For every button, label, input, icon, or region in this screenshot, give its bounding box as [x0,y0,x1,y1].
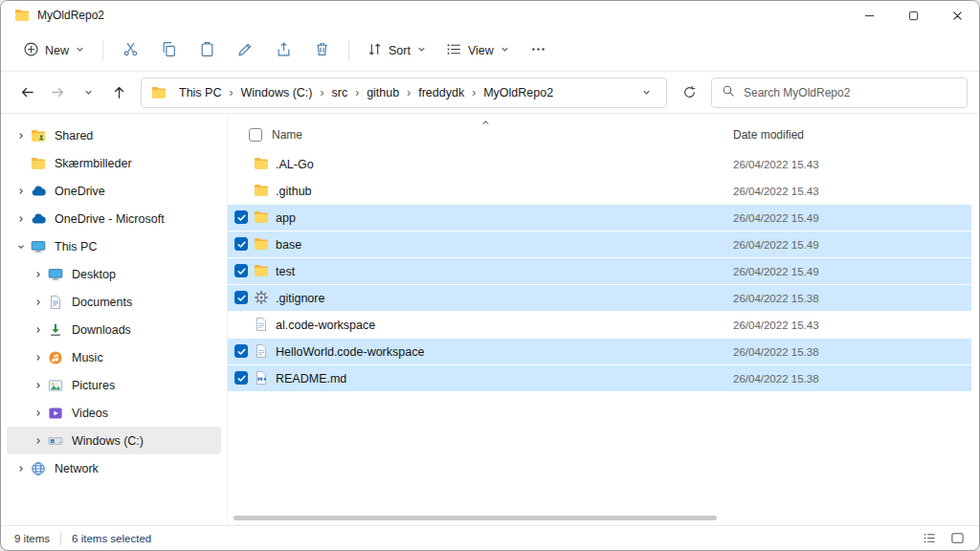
breadcrumb-separator: › [352,86,362,99]
sort-icon [367,41,383,60]
sidebar-item-onedrive[interactable]: OneDrive [7,177,221,205]
search-input[interactable] [742,85,957,100]
row-checkbox[interactable] [234,291,248,304]
documents-icon [46,295,65,310]
share-button[interactable] [265,34,301,67]
sidebar-item-this-pc[interactable]: This PC [7,232,221,260]
sidebar-item-onedrive-microsoft[interactable]: OneDrive - Microsoft [7,205,221,232]
forward-button[interactable] [43,78,72,107]
sort-button[interactable]: Sort [358,34,435,67]
horizontal-scrollbar[interactable] [234,516,717,520]
thumbnails-view-button[interactable] [948,530,966,547]
sidebar-item-shared[interactable]: Shared [7,121,221,149]
cut-button[interactable] [112,34,148,67]
table-row[interactable]: al.code-workspace26/04/2022 15.43 [228,312,971,338]
name-column-header[interactable]: Name [272,128,302,142]
pc-icon [29,239,48,254]
breadcrumb-segment[interactable]: src [326,83,352,102]
table-row[interactable]: .AL-Go26/04/2022 15.43 [228,151,971,177]
minimize-button[interactable] [847,1,891,30]
sort-ascending-icon [480,118,491,131]
row-checkbox[interactable] [234,264,248,277]
table-row[interactable]: .github26/04/2022 15.43 [228,178,971,204]
delete-button[interactable] [303,34,340,67]
table-row[interactable]: HelloWorld.code-workspace26/04/2022 15.3… [228,339,971,364]
window-body: SharedSkærmbillederOneDriveOneDrive - Mi… [1,114,979,525]
chevron-right-icon[interactable] [12,214,29,224]
breadcrumb-segment[interactable]: This PC [174,83,226,102]
rename-button[interactable] [227,34,263,67]
view-label: View [468,44,494,57]
breadcrumb-segment[interactable]: Windows (C:) [235,83,317,102]
chevron-right-icon[interactable] [30,325,46,335]
table-row[interactable]: base26/04/2022 15.49 [228,231,971,257]
folder-icon [254,209,271,225]
folder-shared-icon [29,128,48,143]
refresh-button[interactable] [675,78,703,107]
downloads-icon [46,322,65,338]
chevron-right-icon[interactable] [30,381,46,390]
chevron-down-icon [500,44,510,57]
sidebar-item-documents[interactable]: Documents [7,288,221,316]
chevron-right-icon[interactable] [30,353,46,363]
row-checkbox[interactable] [234,344,248,358]
sidebar-item-windows-c[interactable]: Windows (C:) [7,427,221,454]
address-bar[interactable]: This PC›Windows (C:)›src›github›freddydk… [141,77,667,108]
sidebar-item-sk-rmbilleder[interactable]: Skærmbilleder [7,149,221,177]
chevron-down-icon[interactable] [12,242,29,252]
sidebar-item-downloads[interactable]: Downloads [7,316,221,343]
chevron-right-icon[interactable] [30,408,46,418]
toolbar-divider [348,40,349,61]
rename-icon [237,41,254,60]
file-list: .AL-Go26/04/2022 15.43.github26/04/2022 … [228,151,979,391]
maximize-button[interactable] [891,1,935,30]
chevron-right-icon[interactable] [12,464,29,474]
back-button[interactable] [12,78,41,107]
selected-count: 6 items selected [72,533,151,544]
table-row[interactable]: .gitignore26/04/2022 15.38 [228,285,971,311]
videos-icon [46,406,65,421]
paste-button[interactable] [189,34,225,67]
breadcrumb-segment[interactable]: MyOldRepo2 [479,83,558,102]
history-dropdown-button[interactable] [74,78,102,107]
breadcrumb-segment[interactable]: freddydk [413,83,469,102]
new-label: New [45,44,69,57]
share-icon [276,41,292,60]
explorer-window: MyOldRepo2 New Sort View [0,0,980,551]
sidebar-item-videos[interactable]: Videos [7,399,221,427]
row-checkbox[interactable] [234,371,248,385]
row-checkbox[interactable] [234,237,248,251]
sidebar: SharedSkærmbillederOneDriveOneDrive - Mi… [1,114,228,525]
folder-icon [14,8,30,23]
chevron-right-icon[interactable] [30,436,46,446]
copy-icon [161,41,177,60]
window-title: MyOldRepo2 [37,9,104,22]
copy-button[interactable] [150,34,187,67]
table-row[interactable]: README.md26/04/2022 15.38 [228,365,971,391]
details-view-button[interactable] [921,530,938,547]
folder-icon [29,156,48,171]
sidebar-item-network[interactable]: Network [7,454,221,482]
up-button[interactable] [104,78,133,107]
table-row[interactable]: test26/04/2022 15.49 [228,258,971,284]
view-button[interactable]: View [437,34,519,67]
table-row[interactable]: app26/04/2022 15.49 [228,205,971,231]
date-modified-column-header[interactable]: Date modified [733,128,804,142]
sidebar-item-pictures[interactable]: Pictures [7,371,221,399]
sidebar-item-music[interactable]: Music [7,343,221,371]
more-button[interactable] [521,34,557,67]
new-icon [23,41,39,60]
chevron-right-icon[interactable] [30,298,46,307]
breadcrumb-segment[interactable]: github [362,83,404,102]
chevron-down-icon[interactable] [635,87,657,98]
chevron-right-icon[interactable] [30,270,46,279]
sidebar-item-desktop[interactable]: Desktop [7,260,221,288]
row-checkbox[interactable] [234,210,248,224]
select-all-checkbox[interactable] [249,128,262,142]
breadcrumb-separator: › [317,86,326,99]
breadcrumb-separator: › [469,86,479,99]
new-button[interactable]: New [14,34,94,67]
close-button[interactable] [935,1,979,30]
chevron-right-icon[interactable] [12,187,29,196]
chevron-right-icon[interactable] [12,131,29,141]
